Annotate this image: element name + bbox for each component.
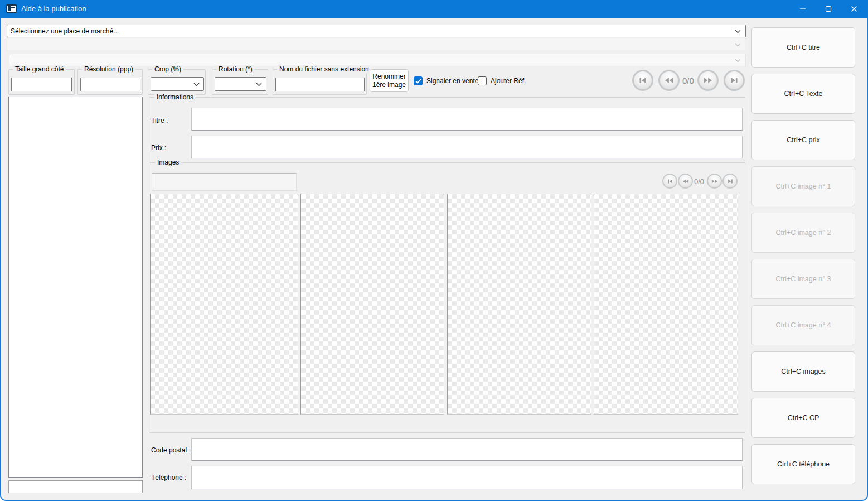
rotation-groupbox: Rotation (°): [212, 69, 268, 95]
copy-titre-button[interactable]: Ctrl+C titre: [751, 27, 855, 68]
images-group-label: Images: [155, 158, 181, 166]
rename-first-image-button[interactable]: Renommer 1ère image: [370, 69, 409, 92]
last-image-button[interactable]: [722, 174, 738, 189]
chevron-down-icon: [256, 80, 262, 88]
titre-input[interactable]: [191, 108, 743, 131]
resolution-groupbox: Résolution (ppp): [77, 69, 143, 95]
filename-groupbox: Nom du fichier sans extension: [273, 69, 367, 95]
copy-image-4-button[interactable]: Ctrl+C image n° 4: [751, 305, 855, 345]
rotation-select[interactable]: [215, 77, 266, 91]
taille-group-label: Taille grand côté: [13, 65, 66, 73]
copy-texte-label: Ctrl+C Texte: [784, 90, 823, 98]
copy-telephone-button[interactable]: Ctrl+C téléphone: [751, 444, 855, 484]
rename-button-line1: Renommer: [372, 73, 405, 81]
telephone-label: Téléphone :: [151, 474, 186, 481]
crop-group-label: Crop (%): [152, 65, 183, 73]
image-name-readonly-box[interactable]: [152, 173, 297, 191]
copy-image-4-label: Ctrl+C image n° 4: [775, 321, 831, 329]
minimize-button[interactable]: [790, 0, 816, 18]
taille-input[interactable]: [11, 78, 72, 91]
signaler-en-vente-label: Signaler en vente: [426, 77, 478, 85]
first-record-button[interactable]: [632, 70, 653, 91]
next-record-button[interactable]: [697, 70, 719, 91]
image-placeholder-2: [300, 194, 444, 415]
close-button[interactable]: [841, 0, 867, 18]
file-listbox[interactable]: [8, 97, 143, 478]
signaler-en-vente-checkbox[interactable]: Signaler en vente: [414, 76, 478, 85]
rotation-group-label: Rotation (°): [216, 65, 255, 73]
next-image-button[interactable]: [707, 174, 722, 189]
maximize-button[interactable]: [816, 0, 841, 18]
first-image-button[interactable]: [662, 174, 677, 189]
copy-images-label: Ctrl+C images: [781, 368, 826, 375]
telephone-input[interactable]: [191, 466, 743, 489]
secondary-select-1[interactable]: [7, 38, 746, 51]
secondary-select-2[interactable]: [9, 54, 746, 66]
resolution-group-label: Résolution (ppp): [82, 65, 135, 73]
copy-titre-label: Ctrl+C titre: [787, 44, 820, 51]
copy-prix-button[interactable]: Ctrl+C prix: [751, 120, 855, 160]
previous-record-button[interactable]: [658, 70, 680, 91]
chevron-down-icon: [735, 27, 741, 35]
last-record-button[interactable]: [724, 70, 745, 91]
chevron-down-icon: [735, 41, 741, 49]
marketplace-select[interactable]: Sélectionnez une place de marché...: [7, 25, 746, 37]
copy-image-1-button[interactable]: Ctrl+C image n° 1: [751, 166, 855, 206]
copy-image-1-label: Ctrl+C image n° 1: [775, 182, 831, 190]
copy-telephone-label: Ctrl+C téléphone: [777, 460, 830, 468]
image-placeholder-4: [594, 194, 738, 415]
crop-select[interactable]: [151, 77, 204, 91]
copy-image-2-button[interactable]: Ctrl+C image n° 2: [751, 213, 855, 253]
image-placeholder-3: [447, 194, 591, 415]
app-icon: [6, 4, 17, 13]
resolution-input[interactable]: [80, 78, 140, 91]
prix-label: Prix :: [151, 144, 166, 152]
crop-groupbox: Crop (%): [148, 69, 206, 95]
copy-image-3-button[interactable]: Ctrl+C image n° 3: [751, 259, 855, 299]
app-window: Aide à la publication Sélectionnez une p…: [0, 0, 868, 501]
code-postal-label: Code postal :: [151, 446, 191, 454]
checkbox-checked-icon: [414, 76, 423, 85]
chevron-down-icon: [193, 80, 200, 88]
copy-prix-label: Ctrl+C prix: [787, 136, 819, 144]
checkbox-unchecked-icon: [478, 76, 487, 85]
window-title: Aide à la publication: [21, 4, 86, 13]
copy-cp-button[interactable]: Ctrl+C CP: [751, 398, 855, 438]
informations-group-label: Informations: [154, 93, 196, 101]
previous-image-button[interactable]: [678, 174, 693, 189]
prix-input[interactable]: [191, 136, 743, 158]
copy-images-button[interactable]: Ctrl+C images: [751, 351, 855, 392]
code-postal-input[interactable]: [191, 438, 743, 461]
chevron-down-icon: [735, 56, 741, 64]
filename-group-label: Nom du fichier sans extension: [277, 65, 371, 73]
record-counter: 0/0: [682, 76, 694, 85]
titlebar: Aide à la publication: [0, 0, 868, 18]
copy-cp-label: Ctrl+C CP: [788, 414, 819, 422]
marketplace-selected-value: Sélectionnez une place de marché...: [11, 27, 119, 35]
rename-button-line2: 1ère image: [372, 81, 406, 89]
copy-image-3-label: Ctrl+C image n° 3: [775, 275, 831, 283]
clipped-subtext: ...: [14, 75, 36, 77]
left-panel-input[interactable]: [8, 480, 143, 493]
copy-image-2-label: Ctrl+C image n° 2: [775, 229, 831, 237]
ajouter-ref-checkbox[interactable]: Ajouter Réf.: [478, 76, 526, 85]
titre-label: Titre :: [151, 117, 168, 124]
ajouter-ref-label: Ajouter Réf.: [491, 77, 526, 85]
filename-input[interactable]: [275, 78, 365, 91]
taille-groupbox: Taille grand côté ...: [8, 69, 75, 95]
copy-texte-button[interactable]: Ctrl+C Texte: [751, 74, 855, 114]
image-placeholder-1: [150, 194, 298, 415]
image-counter: 0/0: [694, 177, 704, 186]
